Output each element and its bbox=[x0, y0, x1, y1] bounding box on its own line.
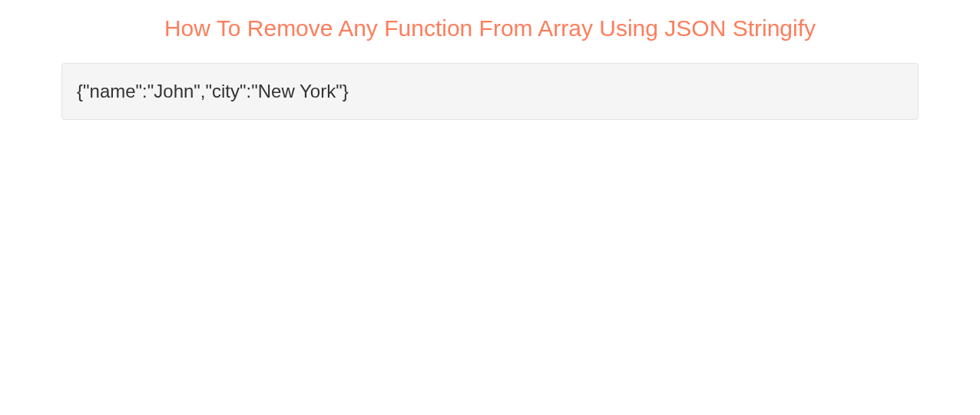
page-title: How To Remove Any Function From Array Us… bbox=[61, 12, 919, 42]
output-text: {"name":"John","city":"New York"} bbox=[77, 78, 903, 105]
main-container: How To Remove Any Function From Array Us… bbox=[0, 0, 980, 131]
output-well: {"name":"John","city":"New York"} bbox=[61, 63, 919, 120]
